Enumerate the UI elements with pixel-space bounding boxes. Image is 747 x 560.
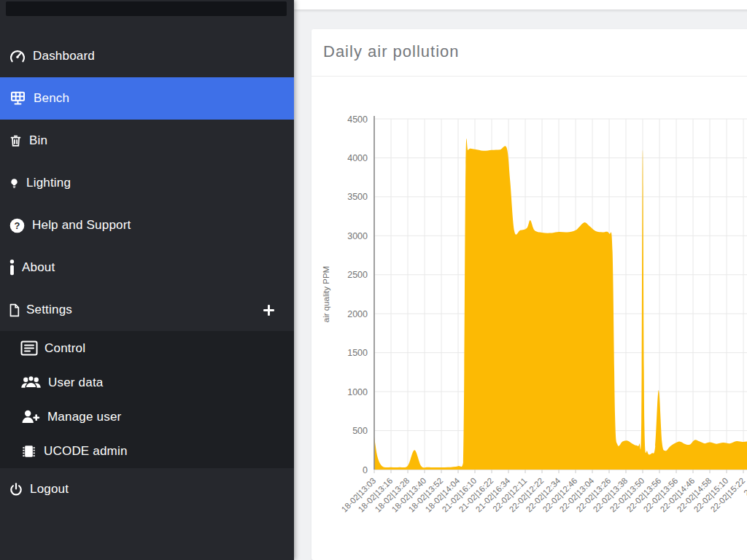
sidebar-item-user-data[interactable]: User data [0,365,294,400]
y-axis-tick-label: 3500 [347,192,368,202]
y-axis-tick-label: 500 [352,426,368,436]
sidebar-item-lighting[interactable]: Lighting [0,162,294,204]
sidebar-item-bin[interactable]: Bin [0,120,294,162]
users-icon [20,375,42,390]
y-axis-tick-label: 1500 [347,348,368,358]
sidebar-item-dashboard[interactable]: Dashboard [0,35,294,77]
chart-card: Daily air pollution 05001000150020002500… [311,29,747,560]
sidebar-nav: DashboardBenchBinLighting?Help and Suppo… [0,16,294,510]
sidebar-item-label: Lighting [26,176,71,190]
sidebar-item-label: Help and Support [32,218,131,233]
list-icon [20,341,38,356]
sidebar-item-label: Manage user [47,410,121,424]
question-circle-icon: ? [9,217,26,234]
y-axis-tick-label: 2000 [347,309,368,319]
gauge-icon [9,47,26,65]
y-axis-title: air quality PPM [322,266,330,322]
sidebar-item-logout[interactable]: Logout [0,468,294,510]
y-axis-tick-label: 3000 [347,231,368,241]
card-header: Daily air pollution [311,29,747,77]
sidebar: DashboardBenchBinLighting?Help and Suppo… [0,0,294,560]
sidebar-item-control[interactable]: Control [0,331,294,365]
sidebar-item-label: Settings [26,303,72,317]
settings-submenu: ControlUser dataManage userUCODE admin [0,331,294,468]
sidebar-item-help-and-support[interactable]: ?Help and Support [0,204,294,246]
sidebar-item-label: Control [44,341,85,356]
sidebar-item-settings[interactable]: Settings [0,289,294,331]
sidebar-item-label: UCODE admin [44,444,128,459]
air-pollution-chart: 05001000150020002500300035004000450018-0… [311,77,747,549]
sidebar-item-label: Dashboard [33,49,95,63]
lightbulb-icon [9,174,20,192]
app-window: DashboardBenchBinLighting?Help and Suppo… [0,0,747,560]
solar-panel-icon [9,90,27,107]
y-axis-tick-label: 0 [363,465,368,475]
sidebar-item-about[interactable]: About [0,246,294,289]
y-axis-tick-label: 4000 [347,153,368,163]
sidebar-item-manage-user[interactable]: Manage user [0,400,294,434]
power-icon [9,481,23,497]
y-axis-tick-label: 2500 [347,270,368,280]
sidebar-item-bench[interactable]: Bench [0,77,294,120]
y-axis-tick-label: 1000 [347,387,368,397]
sidebar-item-label: Bench [34,91,69,106]
top-navbar [294,0,747,9]
microchip-icon [20,443,37,459]
sidebar-item-label: Logout [30,482,69,497]
sidebar-item-ucode-admin[interactable]: UCODE admin [0,434,294,468]
sidebar-item-label: Bin [29,133,47,148]
svg-text:?: ? [14,220,20,231]
sidebar-item-label: About [22,260,55,275]
card-title: Daily air pollution [323,42,747,61]
info-icon [9,260,15,276]
main-content: Daily air pollution 05001000150020002500… [294,0,747,560]
user-plus-icon [20,409,41,424]
plus-icon[interactable] [263,304,275,316]
y-axis-tick-label: 4500 [347,114,368,125]
card-body: 05001000150020002500300035004000450018-0… [311,77,747,549]
trash-icon [9,132,23,149]
sidebar-item-label: User data [48,376,104,390]
sidebar-brand [6,1,287,16]
file-icon [9,303,20,318]
